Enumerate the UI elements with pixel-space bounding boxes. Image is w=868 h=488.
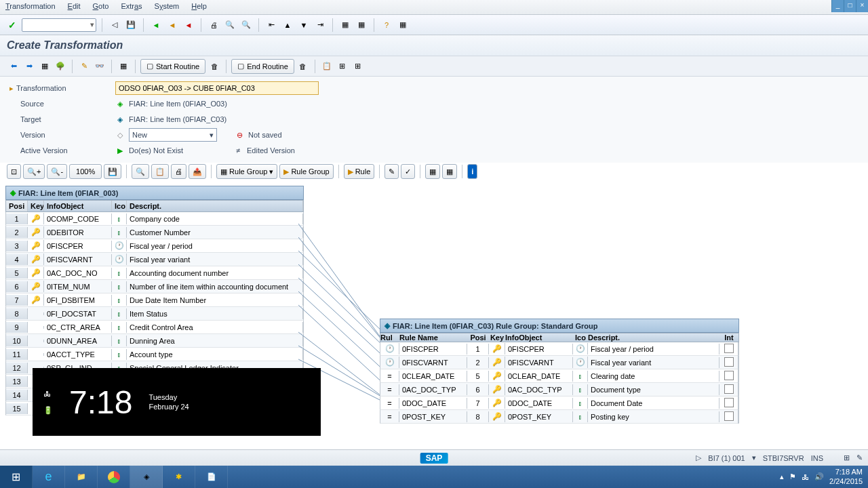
col-pos[interactable]: Posi — [467, 333, 489, 342]
first-page-icon[interactable]: ⇤ — [264, 18, 278, 32]
transformation-input[interactable] — [115, 81, 319, 95]
hierarchy2-icon[interactable]: ⊞ — [351, 60, 365, 73]
col-description[interactable]: Descript. — [588, 333, 719, 342]
menu-extras[interactable]: Extras — [121, 2, 142, 12]
zoom-in-icon[interactable]: 🔍+ — [23, 164, 45, 179]
menu-help[interactable]: Help — [191, 2, 207, 12]
cancel-icon[interactable]: ◄ — [182, 18, 195, 32]
find-next-icon[interactable]: 🔍 — [239, 18, 253, 32]
taskbar-notepad[interactable]: 📄 — [195, 466, 228, 488]
close-button[interactable]: × — [856, 0, 868, 12]
tray-up-icon[interactable]: ▴ — [780, 472, 784, 481]
tray-volume-icon[interactable]: 🔊 — [814, 472, 824, 481]
delete-icon[interactable]: 🗑 — [296, 60, 310, 73]
edit-icon[interactable]: ✎ — [384, 164, 399, 179]
tray-time[interactable]: 7:18 AM — [829, 468, 863, 476]
enter-icon[interactable]: ✓ — [5, 18, 19, 32]
save-icon[interactable]: 💾 — [104, 164, 121, 179]
copy-icon[interactable]: 📋 — [320, 60, 334, 73]
table-row[interactable]: = 0CLEAR_DATE 5 🔑 0CLEAR_DATE ⫾ Clearing… — [380, 369, 739, 383]
table-row[interactable]: = 0AC_DOC_TYP 6 🔑 0AC_DOC_TYP ⫾ Document… — [380, 383, 739, 396]
back-icon[interactable]: ◁ — [108, 18, 121, 32]
table-row[interactable]: = 0POST_KEY 8 🔑 0POST_KEY ⫾ Posting key — [380, 410, 739, 424]
tray-date[interactable]: 2/24/2015 — [829, 477, 863, 486]
maximize-button[interactable]: □ — [844, 0, 856, 12]
menu-transformation[interactable]: Transformation — [5, 2, 56, 12]
print-icon[interactable]: 🖨 — [171, 164, 186, 179]
status-icon[interactable]: ✎ — [856, 453, 863, 462]
table-row[interactable]: 4 🔑 0FISCVARNT 🕐 Fiscal year variant — [5, 253, 304, 266]
print-icon[interactable]: 🖨 — [207, 18, 220, 32]
table-row[interactable]: 6 🔑 0ITEM_NUM ⫾ Number of line item with… — [5, 280, 304, 293]
table-row[interactable]: 🕐 0FISCPER 1 🔑 0FISCPER 🕐 Fiscal year / … — [380, 342, 739, 356]
find-icon[interactable]: 🔍 — [132, 164, 149, 179]
back-green-icon[interactable]: ◄ — [149, 18, 163, 32]
col-infoobject[interactable]: InfoObject — [505, 333, 573, 342]
layout-icon[interactable]: ▦ — [396, 18, 410, 32]
table-row[interactable]: 7 🔑 0FI_DSBITEM ⫾ Due Date Item Number — [5, 293, 304, 307]
minimize-button[interactable]: _ — [831, 0, 844, 12]
hierarchy-icon[interactable]: ⊞ — [336, 60, 349, 73]
table-row[interactable]: = 0DOC_DATE 7 🔑 0DOC_DATE ⫾ Document Dat… — [380, 396, 739, 410]
delete-icon[interactable]: 🗑 — [208, 60, 221, 73]
table-row[interactable]: 10 0DUNN_AREA ⫾ Dunning Area — [5, 334, 304, 348]
rule-group-button[interactable]: ▶Rule Group — [279, 164, 333, 179]
col-icon[interactable]: Ico — [112, 201, 127, 211]
zoom-out-icon[interactable]: 🔍- — [47, 164, 67, 179]
status-icon[interactable]: ⊞ — [844, 453, 850, 462]
col-icon[interactable]: Ico — [573, 333, 588, 342]
prev-page-icon[interactable]: ▲ — [281, 18, 294, 32]
table-row[interactable]: 🕐 0FISCVARNT 2 🔑 0FISCVARNT 🕐 Fiscal yea… — [380, 356, 739, 369]
arrow-right-icon[interactable]: ➡ — [22, 60, 36, 73]
rule-group-create-button[interactable]: ▦Rule Group▾ — [216, 164, 277, 179]
layout2-icon[interactable]: ▦ — [442, 164, 457, 179]
table-row[interactable]: 8 0FI_DOCSTAT ⫾ Item Status — [5, 307, 304, 321]
check-icon[interactable]: ✓ — [401, 164, 415, 179]
taskbar-app[interactable]: ✱ — [163, 466, 195, 488]
help-icon[interactable]: ? — [380, 18, 393, 32]
save-icon[interactable]: 💾 — [124, 18, 138, 32]
col-rule[interactable]: Rul — [380, 333, 399, 342]
start-routine-button[interactable]: ▢Start Routine — [140, 59, 205, 74]
table-row[interactable]: 11 0ACCT_TYPE ⫾ Account type — [5, 348, 304, 361]
arrow-left-icon[interactable]: ⬅ — [7, 60, 20, 73]
last-page-icon[interactable]: ⇥ — [313, 18, 327, 32]
tray-network-icon[interactable]: 🖧 — [802, 473, 809, 481]
tray-flag-icon[interactable]: ⚑ — [789, 472, 796, 481]
zoom-full-icon[interactable]: ⊡ — [7, 164, 21, 179]
layout1-icon[interactable]: ▦ — [425, 164, 440, 179]
table-row[interactable]: 1 🔑 0COMP_CODE ⫾ Company code — [5, 212, 304, 226]
col-int[interactable]: Int — [719, 333, 738, 342]
info-icon[interactable]: i — [467, 164, 477, 179]
menu-goto[interactable]: Goto — [93, 2, 109, 12]
new-session-icon[interactable]: ▦ — [338, 18, 352, 32]
start-button[interactable]: ⊞ — [0, 466, 33, 488]
menu-system[interactable]: System — [155, 2, 180, 12]
tree-icon[interactable]: 🌳 — [54, 60, 67, 73]
taskbar-chrome[interactable] — [98, 466, 130, 488]
next-page-icon[interactable]: ▼ — [297, 18, 311, 32]
col-description[interactable]: Descript. — [127, 201, 303, 211]
col-rule-name[interactable]: Rule Name — [399, 333, 467, 342]
taskbar-ie[interactable]: e — [33, 466, 65, 488]
command-field[interactable]: ▾ — [22, 18, 96, 32]
taskbar-explorer[interactable]: 📁 — [65, 466, 98, 488]
display-icon[interactable]: ▦ — [38, 60, 52, 73]
col-key[interactable]: Key — [489, 333, 505, 342]
export-icon[interactable]: 📤 — [189, 164, 206, 179]
col-infoobject[interactable]: InfoObject — [44, 201, 112, 211]
activate-icon[interactable]: ▦ — [117, 60, 130, 73]
table-row[interactable]: 9 0C_CTR_AREA ⫾ Credit Control Area — [5, 321, 304, 334]
rule-button[interactable]: ▶Rule — [344, 164, 375, 179]
table-row[interactable]: 2 🔑 0DEBITOR ⫾ Customer Number — [5, 226, 304, 239]
end-routine-button[interactable]: ▢End Routine — [231, 59, 294, 74]
col-pos[interactable]: Posi — [6, 201, 28, 211]
exit-icon[interactable]: ◄ — [165, 18, 179, 32]
status-nav-icon[interactable]: ▷ — [696, 453, 701, 462]
wand-icon[interactable]: ✎ — [77, 60, 91, 73]
table-row[interactable]: 5 🔑 0AC_DOC_NO ⫾ Accounting document num… — [5, 266, 304, 280]
version-select[interactable]: New▾ — [129, 128, 217, 142]
glasses-icon[interactable]: 👓 — [93, 60, 106, 73]
find-icon[interactable]: 🔍 — [223, 18, 237, 32]
copy-icon[interactable]: 📋 — [151, 164, 169, 179]
